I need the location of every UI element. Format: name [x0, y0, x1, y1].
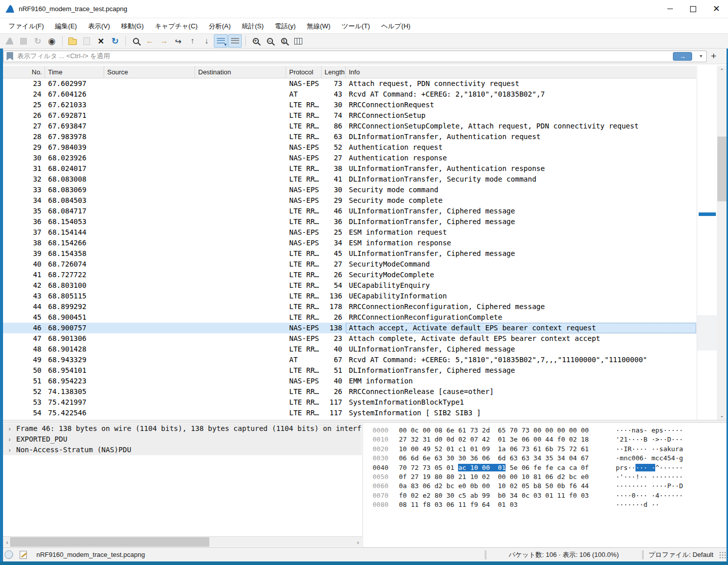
packet-row[interactable]: 4968.943329AT67Rcvd AT Command: +CEREG: …: [3, 355, 696, 365]
packet-row[interactable]: 2367.602997NAS-EPS73Attach request, PDN …: [3, 78, 696, 89]
packet-row[interactable]: 3968.154358LTE RR…45ULInformationTransfe…: [3, 248, 696, 259]
packet-row[interactable]: 4168.727722LTE RR…26SecurityModeComplete: [3, 270, 696, 280]
column-header-protocol[interactable]: Protocol: [286, 66, 322, 78]
packet-row[interactable]: 2567.621033LTE RR…30RRCConnectionRequest: [3, 100, 696, 110]
maximize-button[interactable]: [681, 0, 705, 18]
zoom-100-icon[interactable]: 1: [277, 34, 291, 48]
resize-columns-icon[interactable]: [291, 34, 305, 48]
profile-text[interactable]: プロファイル: Default: [643, 550, 719, 559]
column-header-length[interactable]: Length: [322, 66, 346, 78]
packet-row[interactable]: 4668.900757NAS-EPS138Attach accept, Acti…: [3, 323, 696, 333]
hex-row[interactable]: 000000 0c 00 08 6e 61 73 2d 65 70 73 00 …: [373, 426, 725, 435]
filter-bookmark-icon[interactable]: [7, 52, 13, 61]
scrollbar-thumb[interactable]: [717, 137, 726, 201]
menu-item-statistics[interactable]: 統計(S): [236, 19, 269, 33]
packet-row[interactable]: 3368.083069NAS-EPS30Security mode comman…: [3, 185, 696, 195]
packet-row[interactable]: 5475.422546LTE RR…117SystemInformation […: [3, 408, 696, 418]
packet-row[interactable]: 4468.899292LTE RR…178RRCConnectionReconf…: [3, 301, 696, 312]
find-packet-icon[interactable]: [129, 34, 143, 48]
go-to-packet-icon[interactable]: ↪: [171, 34, 185, 48]
packet-row[interactable]: 3768.154144NAS-EPS25ESM information requ…: [3, 227, 696, 238]
zoom-out-icon[interactable]: −: [263, 34, 277, 48]
menu-item-analyze[interactable]: 分析(A): [203, 19, 236, 33]
menu-item-go[interactable]: 移動(G): [116, 19, 150, 33]
detail-tree-row[interactable]: ›Frame 46: 138 bytes on wire (1104 bits)…: [3, 423, 362, 434]
menu-item-edit[interactable]: 編集(E): [50, 19, 82, 33]
intelligent-scrollbar-minimap[interactable]: [697, 66, 717, 420]
menu-item-help[interactable]: ヘルプ(H): [376, 19, 416, 33]
expert-info-icon[interactable]: [5, 550, 13, 559]
go-bottom-icon[interactable]: ↓: [200, 34, 213, 48]
packet-row[interactable]: 4368.805115LTE RR…136UECapabilityInforma…: [3, 291, 696, 301]
capture-options-icon[interactable]: ◉: [45, 34, 59, 48]
packet-row[interactable]: 4868.901428LTE RR…40ULInformationTransfe…: [3, 344, 696, 355]
column-header-source[interactable]: Source: [104, 66, 195, 78]
details-horizontal-scrollbar[interactable]: ‹ ›: [3, 536, 362, 547]
packet-row[interactable]: 3468.084503NAS-EPS29Security mode comple…: [3, 195, 696, 206]
packet-list-vertical-scrollbar[interactable]: ⌃ ⌄: [717, 66, 727, 420]
menu-item-wireless[interactable]: 無線(W): [301, 19, 336, 33]
hscrollbar-thumb[interactable]: [10, 537, 209, 547]
expand-chevron-icon[interactable]: ›: [3, 434, 16, 445]
packet-row[interactable]: 3568.084717LTE RR…46ULInformationTransfe…: [3, 206, 696, 216]
menu-item-telephony[interactable]: 電話(y): [269, 19, 301, 33]
menu-item-view[interactable]: 表示(V): [82, 19, 115, 33]
scroll-up-icon[interactable]: ⌃: [717, 66, 727, 75]
hex-row[interactable]: 004070 72 73 05 01 ac 10 00 01 5e 06 fe …: [373, 463, 725, 472]
apply-filter-button[interactable]: →: [673, 52, 692, 61]
add-filter-button[interactable]: +: [711, 51, 716, 62]
packet-row[interactable]: 5068.954101LTE RR…51DLInformationTransfe…: [3, 365, 696, 376]
hex-row[interactable]: 003006 6d 6e 63 30 30 36 06 6d 63 63 34 …: [373, 454, 725, 463]
column-header-info[interactable]: Info: [346, 66, 696, 78]
packet-row[interactable]: 3668.154053LTE RR…36DLInformationTransfe…: [3, 216, 696, 227]
hex-row[interactable]: 002010 00 49 52 01 c1 01 09 1a 06 73 61 …: [373, 445, 725, 454]
minimize-button[interactable]: [658, 0, 681, 18]
scroll-right-icon[interactable]: ›: [354, 537, 362, 547]
display-filter-input[interactable]: 表示フィルタ ... <Ctrl-/> を適用 → ▾: [3, 51, 707, 62]
go-back-icon[interactable]: ←: [143, 34, 157, 48]
packet-row[interactable]: 4768.901306NAS-EPS23Attach complete, Act…: [3, 333, 696, 344]
packet-row[interactable]: 5274.138305LTE RR…26RRCConnectionRelease…: [3, 386, 696, 397]
menu-item-capture[interactable]: キャプチャ(C): [149, 19, 203, 33]
packet-row[interactable]: 2967.984039NAS-EPS52Authentication reque…: [3, 142, 696, 153]
menu-item-file[interactable]: ファイル(F): [3, 19, 50, 33]
packet-row[interactable]: 2467.604126AT43Rcvd AT Command: +CEREG: …: [3, 89, 696, 100]
packet-row[interactable]: 2667.692871LTE RR…74RRCConnectionSetup: [3, 110, 696, 121]
hex-row[interactable]: 00600a 83 06 d2 bc e0 0b 00 10 02 05 b8 …: [373, 482, 725, 491]
zoom-in-icon[interactable]: +: [249, 34, 262, 48]
packet-row[interactable]: 3268.083008LTE RR…41DLInformationTransfe…: [3, 174, 696, 185]
colorize-icon[interactable]: [228, 34, 242, 48]
hex-row[interactable]: 00500f 27 19 80 80 21 10 02 00 00 10 81 …: [373, 472, 725, 482]
hex-row[interactable]: 0070f0 02 e2 80 30 c5 ab 99 b0 34 0c 03 …: [373, 491, 725, 500]
menu-item-tools[interactable]: ツール(T): [336, 19, 376, 33]
expand-chevron-icon[interactable]: ›: [3, 424, 16, 434]
packet-row[interactable]: 2867.983978LTE RR…63DLInformationTransfe…: [3, 132, 696, 142]
hex-row[interactable]: 001027 32 31 d0 0d 02 07 42 01 3e 06 00 …: [373, 435, 725, 444]
detail-tree-row[interactable]: ›Non-Access-Stratum (NAS)PDU: [3, 445, 362, 455]
pane-splitter[interactable]: [0, 420, 728, 423]
resize-grip[interactable]: [719, 551, 726, 558]
expand-chevron-icon[interactable]: ›: [3, 445, 16, 455]
go-forward-icon[interactable]: →: [157, 34, 171, 48]
packet-row[interactable]: 5375.421997LTE RR…117SystemInformationBl…: [3, 397, 696, 408]
close-button[interactable]: ✕: [705, 0, 728, 18]
reload-file-icon[interactable]: ↻: [108, 34, 122, 48]
autoscroll-icon[interactable]: [214, 34, 228, 48]
packet-row[interactable]: 4568.900451LTE RR…26RRCConnectionReconfi…: [3, 312, 696, 323]
packet-row[interactable]: 4068.726074LTE RR…27SecurityModeCommand: [3, 259, 696, 270]
column-header-destination[interactable]: Destination: [195, 66, 286, 78]
packet-row[interactable]: 3068.023926NAS-EPS27Authentication respo…: [3, 153, 696, 163]
open-file-icon[interactable]: [66, 34, 79, 48]
packet-row[interactable]: 4268.803100LTE RR…54UECapabilityEnquiry: [3, 280, 696, 291]
column-header-time[interactable]: Time: [45, 66, 104, 78]
filter-dropdown-icon[interactable]: ▾: [700, 53, 702, 59]
capture-comment-icon[interactable]: [20, 551, 27, 559]
column-header-no[interactable]: No.: [3, 66, 45, 78]
close-file-icon[interactable]: ×: [94, 34, 108, 48]
detail-tree-row[interactable]: ›EXPORTED_PDU: [3, 434, 362, 445]
packet-row[interactable]: 5168.954223NAS-EPS40EMM information: [3, 376, 696, 386]
go-top-icon[interactable]: ↑: [186, 34, 199, 48]
hex-row[interactable]: 008008 11 f8 03 06 11 f9 64 01 03·······…: [373, 500, 725, 509]
scroll-down-icon[interactable]: ⌄: [717, 411, 727, 420]
packet-row[interactable]: 3868.154266NAS-EPS34ESM information resp…: [3, 238, 696, 248]
